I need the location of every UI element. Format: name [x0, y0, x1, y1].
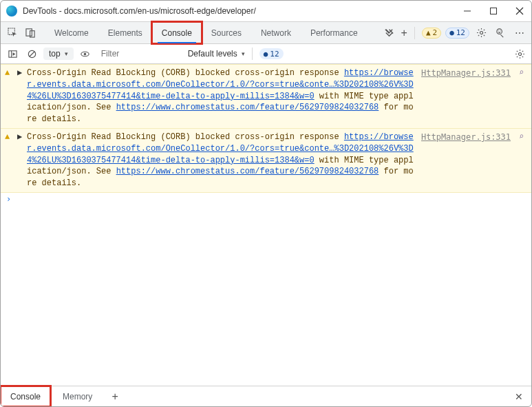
svg-rect-5 [25, 29, 31, 36]
svg-point-10 [500, 30, 500, 31]
inspect-element-icon[interactable] [5, 25, 20, 41]
tab-console[interactable]: Console [152, 22, 202, 43]
window-title: DevTools - docs.microsoft.com/en-us/micr… [23, 6, 256, 16]
expand-icon[interactable]: ▶ [17, 132, 24, 189]
log-text: Cross-Origin Read Blocking (CORB) blocke… [27, 132, 344, 142]
log-text: Cross-Origin Read Blocking (CORB) blocke… [27, 68, 344, 78]
context-label: top [49, 49, 61, 59]
svg-rect-1 [491, 8, 497, 14]
settings-icon[interactable] [474, 25, 489, 41]
minimize-button[interactable] [462, 6, 472, 16]
expand-icon[interactable]: ▶ [17, 67, 24, 125]
console-settings-icon[interactable] [512, 46, 527, 61]
log-warning-row: ▲ ▶ Cross-Origin Read Blocking (CORB) bl… [1, 64, 531, 129]
svg-line-14 [29, 51, 34, 56]
window-controls [462, 6, 524, 16]
clear-console-icon[interactable] [24, 46, 39, 61]
levels-label: Default levels [188, 49, 237, 59]
devtools-icon [6, 6, 17, 17]
filter-input[interactable] [97, 48, 180, 60]
source-link[interactable]: HttpManager.js:331 [421, 68, 511, 78]
visible-count: 12 [270, 50, 279, 59]
live-expression-icon[interactable] [78, 46, 93, 61]
log-source: HttpManager.js:331 [418, 132, 516, 189]
menu-icon[interactable]: ⋯ [512, 25, 527, 41]
tab-sources[interactable]: Sources [202, 22, 251, 43]
log-source: HttpManager.js:331 [418, 67, 516, 125]
context-dropdown[interactable]: top [43, 48, 74, 60]
console-output: ▲ ▶ Cross-Origin Read Blocking (CORB) bl… [1, 64, 531, 386]
main-toolbar: Welcome Elements Console Sources Network… [1, 21, 531, 43]
log-levels-dropdown[interactable]: Default levels [188, 49, 245, 59]
panel-tabs: Welcome Elements Console Sources Network… [45, 22, 368, 43]
source-link[interactable]: HttpManager.js:331 [421, 132, 511, 142]
info-icon: ● [449, 28, 454, 37]
drawer-close-button[interactable]: ✕ [507, 391, 531, 402]
search-icon[interactable]: ⌕ [519, 67, 527, 125]
warning-icon: ▲ [426, 28, 431, 37]
maximize-button[interactable] [489, 6, 498, 16]
console-toolbar: top Default levels ●12 [1, 43, 531, 64]
log-message: Cross-Origin Read Blocking (CORB) blocke… [27, 67, 416, 125]
svg-point-16 [84, 53, 85, 54]
drawer: Console Memory + ✕ [1, 386, 531, 406]
device-emulation-icon[interactable] [23, 25, 38, 41]
console-prompt[interactable]: › [1, 193, 531, 205]
drawer-new-tab-button[interactable]: + [105, 390, 125, 403]
verbose-count: 12 [456, 28, 465, 37]
warnings-badge[interactable]: ▲2 [422, 28, 441, 39]
warning-icon: ▲ [5, 132, 14, 189]
log-link[interactable]: https://www.chromestatus.com/feature/562… [116, 167, 379, 176]
log-link[interactable]: https://www.chromestatus.com/feature/562… [116, 103, 379, 112]
close-button[interactable] [515, 6, 524, 16]
log-message: Cross-Origin Read Blocking (CORB) blocke… [27, 132, 416, 189]
toolbar-right: + ▲2 ●12 ⋯ [382, 25, 527, 41]
new-tab-button[interactable]: + [401, 27, 407, 39]
warning-icon: ▲ [5, 67, 14, 125]
tab-welcome[interactable]: Welcome [45, 22, 98, 43]
tab-elements[interactable]: Elements [98, 22, 152, 43]
titlebar: DevTools - docs.microsoft.com/en-us/micr… [1, 1, 531, 21]
svg-point-8 [496, 29, 502, 34]
toggle-sidebar-icon[interactable] [5, 46, 20, 61]
search-icon[interactable]: ⌕ [519, 132, 527, 189]
divider [414, 27, 415, 39]
drawer-tab-console[interactable]: Console [1, 386, 50, 406]
warnings-count: 2 [433, 28, 438, 37]
verbose-badge[interactable]: ●12 [445, 28, 469, 39]
svg-point-17 [518, 52, 521, 55]
visible-count-pill[interactable]: ●12 [259, 48, 284, 59]
tab-network[interactable]: Network [251, 22, 301, 43]
log-warning-row: ▲ ▶ Cross-Origin Read Blocking (CORB) bl… [1, 129, 531, 193]
more-tabs-icon[interactable] [382, 25, 397, 41]
svg-point-7 [480, 31, 482, 34]
svg-point-9 [498, 30, 498, 31]
tab-performance[interactable]: Performance [301, 22, 368, 43]
divider [252, 48, 253, 60]
feedback-icon[interactable] [493, 25, 508, 41]
info-icon: ● [264, 50, 268, 59]
drawer-tab-memory[interactable]: Memory [53, 386, 102, 406]
